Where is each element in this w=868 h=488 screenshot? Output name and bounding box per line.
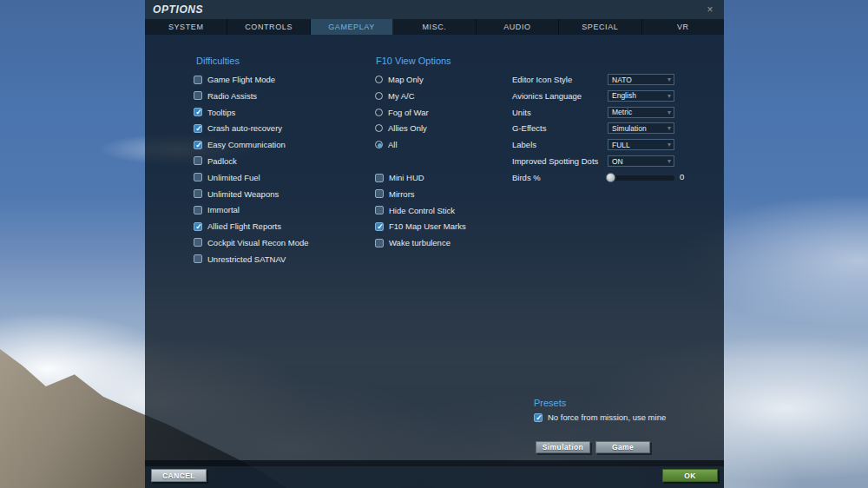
option-label: Tooltips [207, 108, 235, 117]
option-label: Unrestricted SATNAV [207, 254, 286, 264]
radio-button[interactable] [375, 141, 383, 148]
view-f10-map-user-marks[interactable]: ✓F10 Map User Marks [375, 221, 466, 232]
tab-audio[interactable]: AUDIO [477, 19, 559, 35]
difficulty-cockpit-visual-recon-mode[interactable]: ✓Cockpit Visual Recon Mode [194, 237, 309, 248]
difficulty-tooltips[interactable]: ✓Tooltips [194, 107, 309, 118]
checkbox[interactable]: ✓ [194, 173, 202, 181]
checkbox[interactable]: ✓ [375, 206, 384, 214]
birds-value: 0 [680, 172, 684, 181]
option-row: Improved Spotting Dots [512, 155, 598, 167]
difficulty-radio-assists[interactable]: ✓Radio Assists [194, 90, 309, 102]
difficulty-immortal[interactable]: ✓Immortal [194, 204, 309, 215]
checkbox[interactable]: ✓ [194, 156, 202, 165]
checkbox[interactable]: ✓ [194, 254, 202, 263]
option-label: Easy Communication [207, 140, 286, 149]
avionics-language-dropdown[interactable]: English▾ [608, 90, 674, 102]
checkbox[interactable]: ✓ [375, 239, 384, 247]
f10-my-a-c[interactable]: My A/C [375, 90, 429, 102]
improved-spotting-dots-dropdown[interactable]: ON▾ [608, 155, 674, 167]
f10-view-heading: F10 View Options [376, 56, 451, 66]
difficulty-easy-communication[interactable]: ✓Easy Communication [194, 139, 309, 150]
slider-handle[interactable] [606, 173, 615, 182]
option-label: F10 Map User Marks [389, 221, 466, 231]
option-label: Unlimited Fuel [207, 173, 260, 182]
checkbox[interactable]: ✓ [375, 189, 384, 198]
checkbox[interactable]: ✓ [375, 222, 384, 231]
checkbox[interactable]: ✓ [534, 413, 542, 422]
difficulties-list: ✓Game Flight Mode✓Radio Assists✓Tooltips… [194, 74, 309, 270]
labels-dropdown[interactable]: FULL▾ [608, 139, 674, 150]
difficulty-unrestricted-satnav[interactable]: ✓Unrestricted SATNAV [194, 254, 309, 265]
f10-all[interactable]: All [375, 139, 429, 150]
title-bar: OPTIONS × [145, 0, 724, 19]
dialog-title: OPTIONS [153, 3, 203, 16]
view-mini-hud[interactable]: ✓Mini HUD [375, 172, 466, 183]
units-dropdown[interactable]: Metric▾ [608, 107, 674, 118]
close-icon[interactable]: × [704, 3, 716, 16]
preset-mission-option[interactable]: ✓ No force from mission, use mine [534, 412, 666, 423]
option-label: Map Only [388, 75, 424, 84]
radio-button[interactable] [375, 92, 383, 100]
g-effects-dropdown[interactable]: Simulation▾ [608, 122, 674, 134]
difficulty-crash-auto-recovery[interactable]: ✓Crash auto-recovery [194, 122, 309, 134]
options-dialog: OPTIONS × SYSTEM CONTROLS GAMEPLAY MISC.… [145, 0, 724, 488]
preset-game-button[interactable]: Game [595, 441, 650, 453]
cancel-button[interactable]: CANCEL [151, 469, 207, 482]
chevron-down-icon: ▾ [667, 76, 671, 83]
view-mirrors[interactable]: ✓Mirrors [375, 188, 466, 200]
tab-misc[interactable]: MISC. [393, 19, 476, 35]
footer-divider [145, 460, 724, 466]
check-icon: ✓ [194, 123, 203, 132]
checkbox[interactable]: ✓ [194, 76, 202, 84]
tab-vr[interactable]: VR [642, 19, 724, 35]
difficulty-unlimited-fuel[interactable]: ✓Unlimited Fuel [194, 172, 309, 183]
view-hide-control-stick[interactable]: ✓Hide Control Stick [375, 205, 466, 216]
ok-button[interactable]: OK [662, 469, 718, 482]
dropdown-label: Editor Icon Style [512, 75, 572, 84]
f10-allies-only[interactable]: Allies Only [375, 122, 429, 134]
checkbox[interactable]: ✓ [194, 108, 202, 116]
checkbox[interactable]: ✓ [194, 222, 202, 231]
tab-controls[interactable]: CONTROLS [227, 19, 310, 35]
difficulty-game-flight-mode[interactable]: ✓Game Flight Mode [194, 74, 309, 85]
dropdown-value: English [612, 91, 667, 100]
option-label: Allied Flight Reports [207, 221, 281, 231]
tab-gameplay[interactable]: GAMEPLAY [311, 19, 393, 35]
chevron-down-icon: ▾ [667, 157, 671, 165]
check-icon: ✓ [194, 107, 203, 115]
dropdown-value: Simulation [612, 124, 667, 133]
checkbox[interactable]: ✓ [194, 206, 202, 214]
checkbox[interactable]: ✓ [194, 91, 202, 100]
option-label: My A/C [388, 91, 415, 101]
radio-button[interactable] [375, 76, 383, 83]
birds-slider-row: Birds % 0 [512, 172, 686, 183]
checkbox[interactable]: ✓ [375, 174, 384, 182]
checkbox[interactable]: ✓ [194, 238, 202, 247]
check-icon: ✓ [194, 221, 203, 230]
view-wake-turbulence[interactable]: ✓Wake turbulence [375, 237, 466, 248]
footer-bar: CANCEL OK [145, 466, 724, 488]
dropdown-value: FULL [612, 141, 667, 149]
f10-view-checkbox-group: ✓Mini HUD✓Mirrors✓Hide Control Stick✓F10… [375, 172, 466, 254]
difficulty-unlimited-weapons[interactable]: ✓Unlimited Weapons [194, 188, 309, 200]
difficulty-padlock[interactable]: ✓Padlock [194, 155, 309, 167]
birds-slider[interactable] [608, 175, 674, 181]
f10-map-only[interactable]: Map Only [375, 74, 429, 85]
preset-simulation-button[interactable]: Simulation [536, 441, 590, 453]
chevron-down-icon: ▾ [667, 124, 671, 132]
option-label: Unlimited Weapons [207, 189, 279, 199]
radio-button[interactable] [375, 124, 383, 132]
dropdown-label: Avionics Language [512, 91, 582, 101]
tab-system[interactable]: SYSTEM [145, 19, 227, 35]
f10-fog-of-war[interactable]: Fog of War [375, 107, 429, 118]
checkbox[interactable]: ✓ [194, 124, 202, 133]
chevron-down-icon: ▾ [667, 92, 671, 100]
editor-icon-style-dropdown[interactable]: NATO▾ [608, 74, 674, 85]
difficulty-allied-flight-reports[interactable]: ✓Allied Flight Reports [194, 221, 309, 232]
checkbox-label: No force from mission, use mine [548, 412, 666, 422]
checkbox[interactable]: ✓ [194, 189, 202, 198]
tab-bar: SYSTEM CONTROLS GAMEPLAY MISC. AUDIO SPE… [145, 19, 724, 35]
checkbox[interactable]: ✓ [194, 141, 202, 149]
radio-button[interactable] [375, 109, 383, 116]
tab-special[interactable]: SPECIAL [559, 19, 641, 35]
